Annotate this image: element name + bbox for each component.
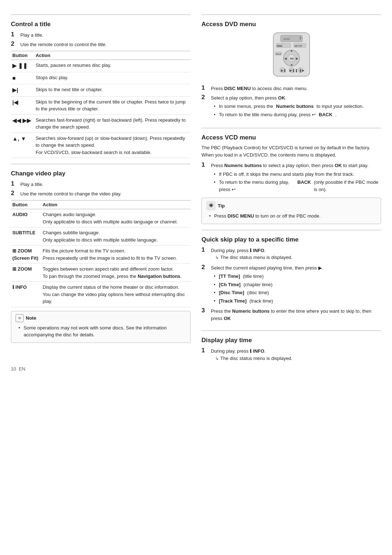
sub-bullet: The disc status menu is displayed. (215, 355, 293, 362)
dvd-menu-steps: 1 Press DISC MENU to access disc main me… (201, 84, 381, 119)
tip-list: Press DISC MENU to turn on or off the PB… (209, 212, 376, 220)
col-button: Button (11, 51, 34, 60)
table-row: SUBTITLE Changes subtitle language.Only … (11, 227, 191, 246)
step-item: 2 Use the remote control to change the v… (11, 190, 191, 198)
step-number: 3 (201, 307, 208, 314)
section-vcd-menu-heading: Access VCD menu (201, 134, 381, 141)
svg-text:▶❚❚: ▶❚❚ (290, 69, 298, 73)
step-text: During play, press ℹ INFO. The disc stat… (211, 347, 293, 363)
action-cell: Display the current status of the home t… (41, 282, 191, 307)
step-text: Select a play option, then press OK. In … (211, 94, 364, 119)
section-quick-skip: Quick skip play to a specific time 1 Dur… (201, 230, 381, 331)
note-box: ≡ Note Some operations may not work with… (11, 311, 191, 343)
table-row: ◀◀ ▶▶ Searches fast-forward (right) or f… (11, 114, 191, 133)
col-button: Button (11, 200, 41, 209)
step-item: 1 During play, press ℹ INFO. The disc st… (201, 347, 381, 363)
bullet-item: If PBC is off, it skips the menu and sta… (214, 171, 381, 178)
svg-text:DISC: DISC (277, 45, 283, 47)
right-column: Access DVD menu DISC DISC SETUP (201, 15, 381, 372)
step-number: 1 (201, 347, 208, 354)
display-play-steps: 1 During play, press ℹ INFO. The disc st… (201, 347, 381, 363)
vcd-steps: 1 Press Numeric buttons to select a play… (201, 161, 381, 194)
step-text: Play a title. (20, 31, 44, 39)
action-cell: Toggles between screen aspect ratio and … (41, 264, 191, 282)
step-text: During play, press ℹ INFO. The disc stat… (211, 246, 293, 262)
col-action: Action (41, 200, 191, 209)
bullet-item: To return to the menu during play, press… (214, 179, 381, 193)
step-number: 1 (11, 31, 17, 38)
step-text: Play a title. (20, 180, 44, 188)
section-change-video-heading: Change video play (11, 170, 191, 177)
vcd-bullets: If PBC is off, it skips the menu and sta… (214, 171, 381, 193)
note-item: Some operations may not work with some d… (19, 324, 186, 339)
button-cell: ▲, ▼ (11, 133, 34, 158)
svg-text:DISC: DISC (283, 37, 290, 41)
step-text: Use the remote control to control the ti… (20, 40, 107, 48)
tip-item: Press DISC MENU to turn on or off the PB… (209, 212, 376, 220)
table-row: ⊞ ZOOM Toggles between screen aspect rat… (11, 264, 191, 282)
dvd-bullets: In some menus, press the Numeric buttons… (214, 103, 364, 118)
step-number: 2 (201, 264, 208, 271)
step-item: 2 Use the remote control to control the … (11, 40, 191, 48)
step-item: 1 Play a title. (11, 180, 191, 188)
table-row: |◀ Skips to the beginning of the current… (11, 96, 191, 114)
bullet-item: [Track Time] (track time) (214, 297, 323, 305)
button-cell: ⊞ ZOOM(Screen Fit) (11, 246, 41, 264)
svg-text:BACK: BACK (276, 53, 281, 55)
table-row: ▲, ▼ Searches slow-forward (up) or slow-… (11, 133, 191, 158)
col-action: Action (34, 51, 191, 60)
section-change-video: Change video play 1 Play a title. 2 Use … (11, 164, 191, 349)
vcd-intro: The PBC (Playback Control) for VCD/SVCD … (201, 144, 381, 158)
tip-header: ✳ Tip (206, 201, 376, 210)
control-title-steps: 1 Play a title. 2 Use the remote control… (11, 31, 191, 48)
svg-text:❚▶: ❚▶ (299, 69, 305, 73)
note-header: ≡ Note (16, 314, 186, 322)
table-row: ⊞ ZOOM(Screen Fit) Fits the picture form… (11, 246, 191, 264)
svg-text:SETUP: SETUP (294, 45, 302, 47)
step-item: 2 Select the current elapsed playing tim… (201, 264, 381, 306)
button-cell: ▶| (11, 84, 34, 97)
button-cell: AUDIO (11, 209, 41, 227)
bullet-item: [TT Time] (title time) (214, 273, 323, 280)
note-icon: ≡ (16, 314, 24, 322)
step-number: 1 (11, 180, 17, 187)
section-control-title: Control a title 1 Play a title. 2 Use th… (11, 15, 191, 164)
step-item: 2 Select a play option, then press OK. I… (201, 94, 381, 119)
action-cell: Searches slow-forward (up) or slow-backw… (34, 133, 191, 158)
svg-text:▶❚: ▶❚ (281, 69, 286, 73)
tip-title: Tip (218, 203, 225, 208)
step-item: 1 Press Numeric buttons to select a play… (201, 161, 381, 194)
step-number: 1 (201, 246, 208, 254)
table-row: ■ Stops disc play. (11, 72, 191, 84)
svg-text:▶: ▶ (296, 57, 298, 60)
button-cell: ▶ ❚❚ (11, 60, 34, 72)
step-number: 1 (201, 161, 208, 169)
tip-box: ✳ Tip Press DISC MENU to turn on or off … (201, 198, 381, 224)
action-cell: Stops disc play. (34, 72, 191, 84)
action-cell: Fits the picture format to the TV screen… (41, 246, 191, 264)
action-cell: Changes audio language.Only applicable t… (41, 209, 191, 227)
bullet-item: To return to the title menu during play,… (214, 111, 364, 118)
section-quick-skip-heading: Quick skip play to a specific time (201, 236, 381, 243)
step-item: 3 Press the Numeric buttons to enter the… (201, 307, 381, 322)
action-cell: Skips to the next title or chapter. (34, 84, 191, 97)
sub-bullet: The disc status menu is displayed. (215, 254, 293, 261)
button-cell: ◀◀ ▶▶ (11, 114, 34, 133)
skip-bullets: [TT Time] (title time) [Ch Time] (chapte… (214, 273, 323, 304)
section-display-play-time: Display play time 1 During play, press ℹ… (201, 331, 381, 372)
button-cell: |◀ (11, 96, 34, 114)
bullet-item: In some menus, press the Numeric buttons… (214, 103, 364, 110)
action-cell: Starts, pauses or resumes disc play. (34, 60, 191, 72)
page-number: 10 EN (11, 366, 25, 372)
change-video-steps: 1 Play a title. 2 Use the remote control… (11, 180, 191, 197)
section-dvd-menu: Access DVD menu DISC DISC SETUP (201, 15, 381, 128)
step-number: 2 (11, 190, 17, 197)
step-item: 1 During play, press ℹ INFO. The disc st… (201, 246, 381, 262)
svg-text:◀: ◀ (284, 57, 287, 60)
step-number: 1 (201, 84, 208, 92)
table-row: ▶ ❚❚ Starts, pauses or resumes disc play… (11, 60, 191, 72)
table-row: ▶| Skips to the next title or chapter. (11, 84, 191, 97)
action-cell: Skips to the beginning of the current ti… (34, 96, 191, 114)
step-text: Use the remote control to change the vid… (20, 190, 122, 198)
step-text: Select the current elapsed playing time,… (211, 264, 323, 306)
